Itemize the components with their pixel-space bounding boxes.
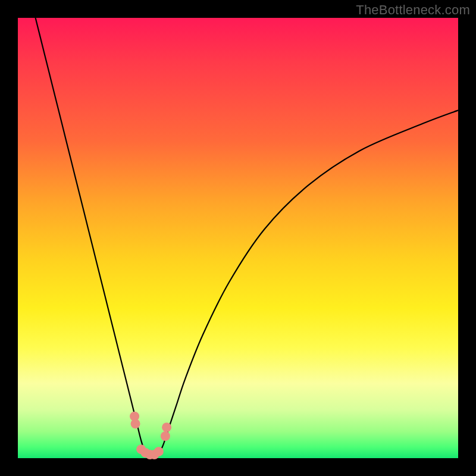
plot-area	[18, 18, 458, 458]
curve-marker	[161, 431, 170, 441]
bottleneck-curve	[36, 18, 458, 459]
curve-marker	[154, 447, 164, 456]
curve-marker	[131, 419, 140, 428]
curve-layer	[18, 18, 458, 458]
curve-marker	[162, 422, 171, 432]
curve-markers	[130, 412, 171, 459]
chart-frame: TheBottleneck.com	[0, 0, 476, 476]
watermark-text: TheBottleneck.com	[356, 2, 470, 18]
